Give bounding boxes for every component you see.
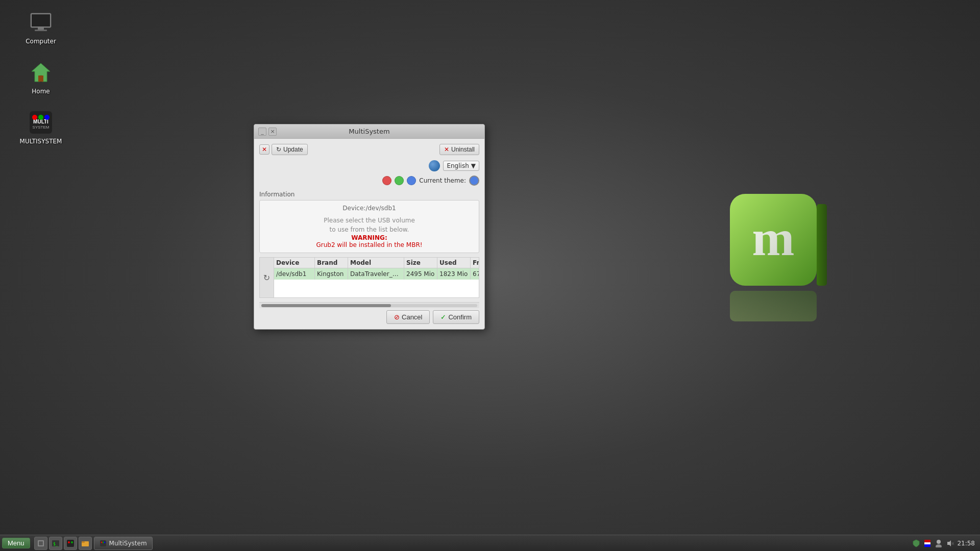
cell-brand: Kingston	[315, 268, 348, 280]
svg-text:$_: $_	[53, 542, 58, 546]
info-section-label: Information	[259, 191, 479, 198]
warning-label: WARNING:	[264, 234, 475, 241]
home-icon	[29, 60, 53, 85]
user-icon	[935, 539, 943, 547]
taskbar-app-multisystem[interactable]: MultiSystem	[94, 537, 153, 550]
uninstall-button[interactable]: ✕ Uninstall	[439, 144, 479, 155]
svg-point-11	[44, 115, 50, 120]
device-label: Device:/dev/sdb1	[264, 205, 475, 212]
svg-point-27	[102, 541, 104, 543]
mint-logo: m	[720, 173, 837, 327]
svg-point-21	[68, 541, 70, 543]
top-left-buttons: ✕ ↻ Update	[259, 144, 308, 155]
svg-rect-1	[32, 14, 50, 27]
svg-rect-15	[730, 291, 817, 321]
top-row: ✕ ↻ Update ✕ Uninstall	[259, 144, 479, 155]
col-device: Device	[274, 258, 315, 268]
table-header: Device Brand Model Size Used Free Bus Dr…	[274, 258, 479, 268]
computer-icon	[29, 10, 53, 35]
svg-point-26	[101, 541, 102, 543]
svg-point-33	[936, 544, 942, 547]
dialog-bottom-buttons: ⊘ Cancel ✓ Confirm	[259, 308, 479, 324]
table-main: Device Brand Model Size Used Free Bus Dr…	[274, 258, 479, 297]
confirm-icon: ✓	[440, 313, 446, 321]
taskbar-quick-launch: $_	[34, 537, 92, 550]
minimize-button[interactable]: _	[258, 128, 266, 136]
close-button[interactable]: ×	[268, 128, 277, 136]
scrollbar	[259, 302, 479, 308]
col-free: Free	[471, 258, 479, 268]
flag-icon	[923, 539, 932, 547]
theme-dot-green[interactable]	[395, 176, 404, 185]
cell-model: DataTraveler_102	[348, 268, 404, 280]
multisystem-dialog: _ × MultiSystem ✕ ↻ Update ✕	[254, 124, 485, 330]
svg-rect-20	[67, 540, 74, 547]
menu-button[interactable]: Menu	[2, 538, 30, 548]
info-text-line1: Please select the USB volume	[264, 216, 475, 225]
svg-point-22	[71, 541, 73, 543]
svg-rect-30	[924, 542, 930, 544]
info-box: Device:/dev/sdb1 Please select the USB v…	[259, 200, 479, 253]
clock: 21:58	[957, 540, 975, 547]
taskbar-files-icon[interactable]	[34, 537, 47, 550]
close-x-button[interactable]: ✕	[259, 144, 270, 155]
dialog-body: ✕ ↻ Update ✕ Uninstall English	[254, 139, 484, 329]
uninstall-icon: ✕	[444, 146, 449, 153]
taskbar-right: )))) 21:58	[912, 539, 978, 547]
desktop: Computer Home MULTI SYSTEM	[0, 0, 980, 551]
svg-rect-25	[100, 540, 106, 546]
taskbar-folder-icon[interactable]	[79, 537, 92, 550]
col-model: Model	[348, 258, 404, 268]
desktop-icon-multisystem[interactable]: MULTI SYSTEM MULTISYSTEM	[20, 110, 61, 145]
theme-row: Current theme:	[259, 176, 479, 186]
scrollbar-thumb[interactable]	[261, 304, 391, 307]
current-theme-indicator	[469, 176, 479, 186]
taskbar: Menu $_	[0, 535, 980, 551]
svg-text:m: m	[752, 210, 794, 266]
svg-point-10	[38, 115, 43, 120]
svg-point-28	[104, 541, 105, 543]
globe-icon	[429, 160, 440, 171]
svg-rect-3	[35, 30, 47, 31]
svg-point-32	[937, 540, 941, 544]
cell-used: 1823 Mio	[437, 268, 471, 280]
dropdown-arrow-icon: ▼	[471, 162, 476, 169]
taskbar-multisystem-icon[interactable]	[64, 537, 77, 550]
device-table: ↻ Device Brand Model Size Used Free Bus …	[259, 257, 479, 298]
taskbar-terminal-icon[interactable]: $_	[49, 537, 62, 550]
update-button[interactable]: ↻ Update	[272, 144, 308, 155]
refresh-icon[interactable]: ↻	[263, 273, 270, 283]
svg-rect-29	[924, 540, 930, 542]
info-text-line2: to use from the list below.	[264, 225, 475, 234]
svg-rect-2	[38, 28, 44, 30]
multisystem-icon: MULTI SYSTEM	[29, 110, 53, 135]
shield-icon	[912, 539, 920, 547]
volume-icon: ))))	[946, 539, 954, 547]
desktop-icon-home[interactable]: Home	[20, 60, 61, 95]
home-icon-label: Home	[32, 88, 50, 95]
theme-dot-red[interactable]	[382, 176, 391, 185]
svg-text:)))): ))))	[951, 542, 954, 545]
computer-icon-label: Computer	[26, 38, 56, 45]
scrollbar-track[interactable]	[261, 304, 477, 307]
desktop-icon-computer[interactable]: Computer	[20, 10, 61, 45]
titlebar-buttons: _ ×	[258, 128, 277, 136]
table-row[interactable]: /dev/sdb1 Kingston DataTraveler_102 2495…	[274, 268, 479, 280]
multisystem-icon-label: MULTISYSTEM	[20, 138, 62, 145]
confirm-button[interactable]: ✓ Confirm	[433, 310, 479, 324]
language-row: English ▼	[259, 160, 479, 171]
warning-text: Grub2 will be installed in the MBR!	[264, 241, 475, 248]
table-sidebar: ↻	[260, 258, 274, 297]
col-used: Used	[437, 258, 471, 268]
language-selector[interactable]: English ▼	[443, 161, 479, 171]
col-brand: Brand	[315, 258, 348, 268]
svg-rect-24	[82, 541, 85, 543]
svg-text:SYSTEM: SYSTEM	[33, 125, 50, 130]
cell-size: 2495 Mio	[404, 268, 437, 280]
cell-device: /dev/sdb1	[274, 268, 315, 280]
theme-dot-blue[interactable]	[407, 176, 416, 185]
svg-rect-17	[39, 541, 43, 545]
cancel-button[interactable]: ⊘ Cancel	[386, 310, 430, 324]
dialog-titlebar: _ × MultiSystem	[254, 124, 484, 139]
svg-point-9	[32, 115, 37, 120]
